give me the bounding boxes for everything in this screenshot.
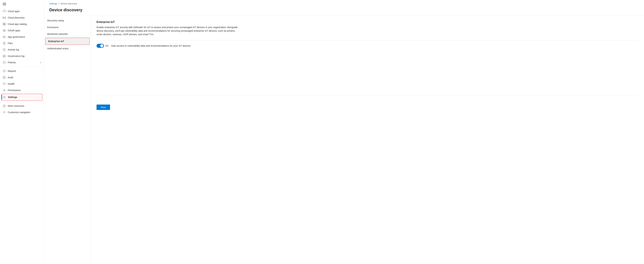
content-divider bbox=[96, 40, 638, 40]
oauth-apps-icon bbox=[3, 29, 6, 32]
svg-point-5 bbox=[3, 29, 6, 32]
sidebar-item-activity-log[interactable]: Activity log bbox=[0, 46, 44, 53]
sidebar-item-label-files: Files bbox=[8, 42, 41, 45]
permissions-icon bbox=[3, 89, 6, 92]
sidebar-item-label-cloud-app-catalog: Cloud app catalog bbox=[8, 23, 41, 25]
left-nav-item-authenticated-scans[interactable]: Authenticated scans bbox=[44, 45, 91, 52]
sidebar-item-label-permissions: Permissions bbox=[8, 89, 41, 92]
save-button[interactable]: Save bbox=[96, 105, 110, 110]
sidebar-item-label-policies: Policies bbox=[8, 61, 38, 64]
left-nav-item-monitored-networks[interactable]: Monitored networks bbox=[44, 31, 91, 37]
sidebar-item-label-customize-navigation: Customize navigation bbox=[8, 111, 41, 114]
sidebar-item-more-resources[interactable]: More resources bbox=[0, 103, 44, 109]
sidebar-item-label-activity-log: Activity log bbox=[8, 48, 41, 51]
sidebar-item-app-governance[interactable]: App governance bbox=[0, 34, 44, 40]
health-icon bbox=[3, 82, 6, 85]
svg-rect-2 bbox=[4, 23, 6, 24]
toggle-on-label: On bbox=[105, 44, 108, 47]
sidebar-item-permissions[interactable]: Permissions bbox=[0, 87, 44, 93]
nav-divider-1 bbox=[0, 67, 44, 67]
breadcrumb-current: Device discovery bbox=[60, 2, 77, 5]
toggle-container[interactable]: On bbox=[96, 44, 108, 48]
cloud-discovery-icon bbox=[3, 16, 6, 19]
left-nav-item-discovery-setup[interactable]: Discovery setup bbox=[44, 17, 91, 24]
cloud-apps-icon bbox=[3, 10, 6, 13]
sidebar-item-reports[interactable]: Reports bbox=[0, 68, 44, 74]
page-title: Device discovery bbox=[44, 6, 644, 16]
svg-rect-3 bbox=[3, 24, 4, 25]
app-governance-icon bbox=[3, 35, 6, 38]
sidebar-item-settings[interactable]: Settings bbox=[1, 94, 42, 101]
svg-rect-4 bbox=[4, 24, 6, 25]
nav-divider-2 bbox=[0, 102, 44, 102]
toggle-description: Gain access to vulnerability data and re… bbox=[111, 44, 191, 47]
sidebar-item-label-cloud-apps: Cloud apps bbox=[8, 10, 41, 13]
enterprise-iot-toggle[interactable] bbox=[96, 44, 104, 48]
sidebar-item-label-health: Health bbox=[8, 83, 41, 85]
toggle-slider bbox=[96, 44, 104, 48]
governance-log-icon bbox=[3, 55, 6, 58]
audit-icon bbox=[3, 76, 6, 79]
sidebar-item-files[interactable]: Files bbox=[0, 40, 44, 46]
left-nav-label-enterprise-iot: Enterprise IoT bbox=[48, 40, 64, 43]
left-nav-label-monitored-networks: Monitored networks bbox=[47, 33, 68, 35]
sidebar-item-label-app-governance: App governance bbox=[8, 35, 41, 38]
toggle-row: On Gain access to vulnerability data and… bbox=[96, 44, 638, 48]
sidebar-item-label-reports: Reports bbox=[8, 70, 41, 72]
left-nav-item-enterprise-iot[interactable]: Enterprise IoT bbox=[45, 38, 90, 45]
sidebar-header bbox=[0, 0, 44, 8]
files-icon bbox=[3, 42, 6, 45]
cloud-app-catalog-icon bbox=[3, 22, 6, 26]
more-resources-icon bbox=[3, 104, 6, 107]
breadcrumb-settings-link[interactable]: Settings bbox=[49, 2, 57, 5]
sidebar-navigation: Cloud apps Cloud discovery bbox=[0, 8, 44, 261]
sidebar-item-governance-log[interactable]: Governance log bbox=[0, 53, 44, 59]
sidebar-item-cloud-discovery[interactable]: Cloud discovery bbox=[0, 14, 44, 21]
content-area: Discovery setup Exclusions Monitored net… bbox=[44, 16, 644, 264]
sidebar: Cloud apps Cloud discovery bbox=[0, 0, 44, 264]
enterprise-iot-title: Enterprise IoT bbox=[96, 20, 638, 23]
sidebar-item-health[interactable]: Health bbox=[0, 81, 44, 87]
sidebar-item-label-oauth-apps: OAuth apps bbox=[8, 29, 41, 32]
sidebar-item-cloud-app-catalog[interactable]: Cloud app catalog bbox=[0, 21, 44, 27]
sidebar-item-label-settings: Settings bbox=[8, 96, 41, 99]
enterprise-iot-description: Enable enterprise IoT security with Defe… bbox=[96, 26, 242, 36]
customize-navigation-icon bbox=[3, 111, 6, 114]
sidebar-item-label-governance-log: Governance log bbox=[8, 55, 41, 57]
policies-icon bbox=[3, 61, 6, 64]
svg-point-0 bbox=[4, 17, 5, 18]
svg-point-11 bbox=[4, 97, 5, 98]
sidebar-item-cloud-apps[interactable]: Cloud apps bbox=[0, 8, 44, 14]
left-nav-label-discovery-setup: Discovery setup bbox=[47, 19, 64, 22]
sidebar-item-oauth-apps[interactable]: OAuth apps bbox=[0, 27, 44, 34]
left-navigation: Discovery setup Exclusions Monitored net… bbox=[44, 16, 91, 264]
sidebar-item-label-more-resources: More resources bbox=[8, 105, 41, 107]
sidebar-item-audit[interactable]: Audit bbox=[0, 74, 44, 81]
save-area: Save bbox=[96, 95, 638, 110]
left-nav-label-authenticated-scans: Authenticated scans bbox=[47, 47, 68, 50]
breadcrumb: Settings > Device discovery bbox=[44, 0, 644, 6]
main-content: Settings > Device discovery Device disco… bbox=[44, 0, 644, 264]
breadcrumb-separator: > bbox=[58, 2, 60, 5]
settings-icon bbox=[3, 96, 6, 99]
policies-chevron-icon: ▾ bbox=[40, 62, 41, 63]
sidebar-item-label-cloud-discovery: Cloud discovery bbox=[8, 16, 41, 19]
svg-rect-1 bbox=[3, 23, 4, 24]
activity-log-icon bbox=[3, 48, 6, 51]
reports-icon bbox=[3, 70, 6, 73]
sidebar-item-customize-navigation[interactable]: Customize navigation bbox=[0, 109, 44, 116]
sidebar-item-label-audit: Audit bbox=[8, 76, 41, 79]
svg-rect-6 bbox=[3, 36, 6, 38]
right-content-panel: Enterprise IoT Enable enterprise IoT sec… bbox=[91, 16, 644, 264]
left-nav-item-exclusions[interactable]: Exclusions bbox=[44, 24, 91, 31]
hamburger-icon[interactable] bbox=[3, 2, 6, 6]
svg-point-10 bbox=[4, 89, 5, 90]
left-nav-label-exclusions: Exclusions bbox=[47, 26, 58, 29]
sidebar-item-policies[interactable]: Policies ▾ bbox=[0, 59, 44, 66]
